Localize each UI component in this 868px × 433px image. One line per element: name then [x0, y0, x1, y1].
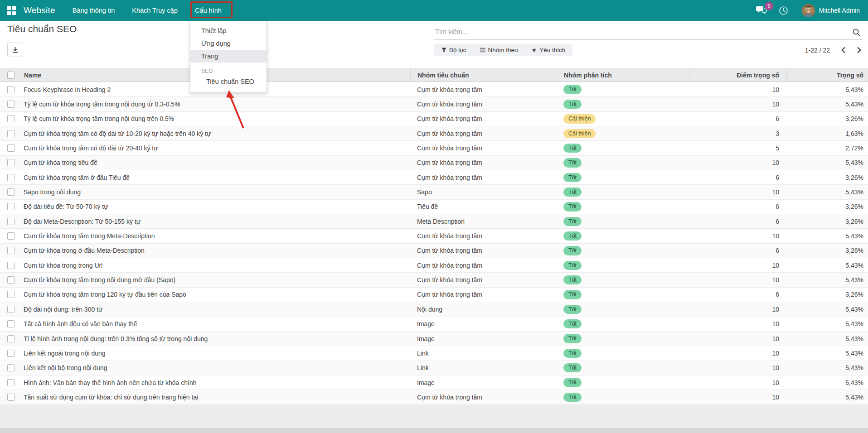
analysis-group-cell: Tốt: [559, 393, 689, 402]
export-button[interactable]: [7, 43, 23, 57]
criterion-name: Tỉ lệ hình ảnh trong nội dung: trên 0.3%…: [22, 335, 410, 342]
weight-value: 5,43%: [786, 101, 868, 108]
table-row[interactable]: Tỷ lệ cụm từ khóa trọng tâm trong nội du…: [0, 97, 868, 111]
row-checkbox[interactable]: [7, 291, 15, 298]
analysis-group-cell: Tốt: [559, 100, 689, 109]
table-row[interactable]: Tỷ lệ cụm từ khóa trọng tâm trong nội du…: [0, 112, 868, 126]
group-by-button[interactable]: Nhóm theo: [480, 47, 518, 53]
horizontal-scrollbar[interactable]: [0, 428, 868, 433]
weight-value: 5,43%: [786, 364, 868, 371]
row-checkbox[interactable]: [7, 232, 15, 240]
app-brand[interactable]: Website: [24, 5, 55, 15]
criterion-name: Tỷ lệ cụm từ khóa trọng tâm trong nội du…: [22, 101, 410, 108]
score-value: 6: [689, 247, 786, 254]
row-checkbox[interactable]: [7, 364, 15, 371]
dropdown-item-seo-criteria[interactable]: Tiêu chuẩn SEO: [190, 75, 267, 88]
row-checkbox[interactable]: [7, 394, 15, 401]
table-row[interactable]: Tỉ lệ hình ảnh trong nội dung: trên 0.3%…: [0, 332, 868, 346]
row-checkbox[interactable]: [7, 203, 15, 210]
table-row[interactable]: Tần suất sử dụng cụm từ khóa: chỉ sử dụn…: [0, 390, 868, 404]
row-checkbox[interactable]: [7, 188, 15, 196]
nav-item-visitors[interactable]: Khách Truy cập: [132, 0, 178, 21]
row-checkbox[interactable]: [7, 306, 15, 313]
table-row[interactable]: Sapo trong nội dung Sapo Tốt 10 5,43%: [0, 185, 868, 199]
row-checkbox[interactable]: [7, 115, 15, 122]
table-row[interactable]: Cụm từ khóa trong ở đầu Meta-Description…: [0, 244, 868, 258]
search-input[interactable]: [434, 25, 862, 40]
configuration-dropdown: Thiết lập Ứng dụng Trang SEO Tiêu chuẩn …: [190, 21, 267, 93]
table-row[interactable]: Cụm từ khóa trọng tâm trong 120 ký tự đầ…: [0, 288, 868, 302]
table-body: Focus-Keyphrase in Heading 2 Cụm từ khóa…: [0, 82, 868, 405]
weight-value: 3,26%: [786, 203, 868, 210]
row-checkbox[interactable]: [7, 335, 15, 342]
table-row[interactable]: Liên kết nội bộ trong nội dung Link Tốt …: [0, 361, 868, 375]
weight-value: 5,43%: [786, 320, 868, 327]
analysis-group-cell: Tốt: [559, 217, 689, 226]
row-checkbox[interactable]: [7, 86, 15, 93]
messages-icon[interactable]: 5: [756, 6, 767, 15]
column-header-weight[interactable]: Trọng số: [786, 68, 868, 82]
dropdown-menu-item[interactable]: Trang: [190, 50, 267, 63]
column-header-score[interactable]: Điểm trọng số: [689, 68, 786, 82]
table-row[interactable]: Tất cả hình ảnh đều có văn bản thay thế …: [0, 317, 868, 332]
row-checkbox-cell: [0, 364, 22, 371]
score-value: 10: [689, 262, 786, 269]
user-avatar[interactable]: [802, 4, 815, 17]
row-checkbox[interactable]: [7, 144, 15, 152]
table-row[interactable]: Cụm từ khóa trọng tâm trong Meta-Descrip…: [0, 229, 868, 243]
table-row[interactable]: Liên kết ngoài trong nội dung Link Tốt 1…: [0, 346, 868, 361]
status-badge: Tốt: [563, 290, 582, 299]
table-row[interactable]: Cụm từ khóa trong trong Url Cụm từ khóa …: [0, 258, 868, 273]
table-row[interactable]: Cụm từ khóa trong tiêu đề Cụm từ khóa tr…: [0, 156, 868, 170]
analysis-group-cell: Tốt: [559, 246, 689, 255]
table-row[interactable]: Focus-Keyphrase in Heading 2 Cụm từ khóa…: [0, 82, 868, 97]
weight-value: 5,43%: [786, 232, 868, 240]
table-row[interactable]: Cụm từ khóa trọng tâm trong nội dung mở …: [0, 273, 868, 287]
row-checkbox[interactable]: [7, 159, 15, 166]
table-row[interactable]: Hình ảnh: Văn bản thay thế hình ảnh nên …: [0, 375, 868, 390]
criterion-group: Cụm từ khóa trọng tâm: [410, 86, 559, 93]
table-row[interactable]: Cụm từ khóa trọng tâm ở đầu Tiêu đề Cụm …: [0, 170, 868, 185]
search-icon[interactable]: [852, 28, 861, 38]
table-row[interactable]: Cụm từ khóa trọng tâm có độ dài từ 20-40…: [0, 141, 868, 155]
row-checkbox[interactable]: [7, 379, 15, 386]
row-checkbox[interactable]: [7, 174, 15, 181]
select-all-checkbox[interactable]: [7, 72, 15, 79]
table-row[interactable]: Độ dài nội dung: trên 300 từ Nội dung Tố…: [0, 302, 868, 317]
activities-clock-icon[interactable]: [779, 6, 788, 15]
nav-item-dashboard[interactable]: Bảng thông tin: [73, 0, 115, 21]
criterion-group: Cụm từ khóa trọng tâm: [410, 247, 559, 254]
group-by-icon: [480, 48, 485, 53]
status-badge: Tốt: [563, 217, 582, 226]
nav-item-configuration[interactable]: Cấu hình: [195, 0, 222, 21]
score-value: 10: [689, 276, 786, 284]
table-row[interactable]: Độ dài tiêu đề: Từ 50-70 ký tự Tiêu đề T…: [0, 200, 868, 214]
weight-value: 5,43%: [786, 188, 868, 196]
user-name[interactable]: Mitchell Admin: [819, 7, 860, 14]
score-value: 3: [689, 130, 786, 137]
row-checkbox[interactable]: [7, 276, 15, 284]
row-checkbox[interactable]: [7, 247, 15, 254]
row-checkbox[interactable]: [7, 101, 15, 108]
analysis-group-cell: Tốt: [559, 319, 689, 328]
row-checkbox[interactable]: [7, 218, 15, 225]
dropdown-menu-item[interactable]: Ứng dụng: [190, 37, 267, 50]
filters-button[interactable]: Bộ lọc: [441, 47, 466, 53]
column-header-criteria-group[interactable]: Nhóm tiêu chuẩn: [410, 68, 559, 82]
row-checkbox[interactable]: [7, 130, 15, 137]
dropdown-menu-item[interactable]: Thiết lập: [190, 24, 267, 37]
apps-grid-icon[interactable]: [7, 6, 16, 15]
pager-next-button[interactable]: [857, 47, 862, 53]
column-header-analysis-group[interactable]: Nhóm phân tích: [559, 68, 689, 82]
criterion-name: Cụm từ khóa trong tiêu đề: [22, 159, 410, 166]
pager-previous-button[interactable]: [841, 47, 846, 53]
row-checkbox[interactable]: [7, 320, 15, 327]
score-value: 6: [689, 174, 786, 181]
favorites-button[interactable]: ★ Yêu thích: [532, 47, 566, 53]
status-badge: Cải thiện: [563, 114, 596, 123]
table-row[interactable]: Độ dài Meta-Description: Từ 50-155 ký tự…: [0, 214, 868, 229]
criterion-group: Cụm từ khóa trọng tâm: [410, 115, 559, 122]
row-checkbox[interactable]: [7, 350, 15, 357]
row-checkbox[interactable]: [7, 262, 15, 269]
table-row[interactable]: Cụm từ khóa trọng tâm có độ dài từ 10-20…: [0, 126, 868, 141]
